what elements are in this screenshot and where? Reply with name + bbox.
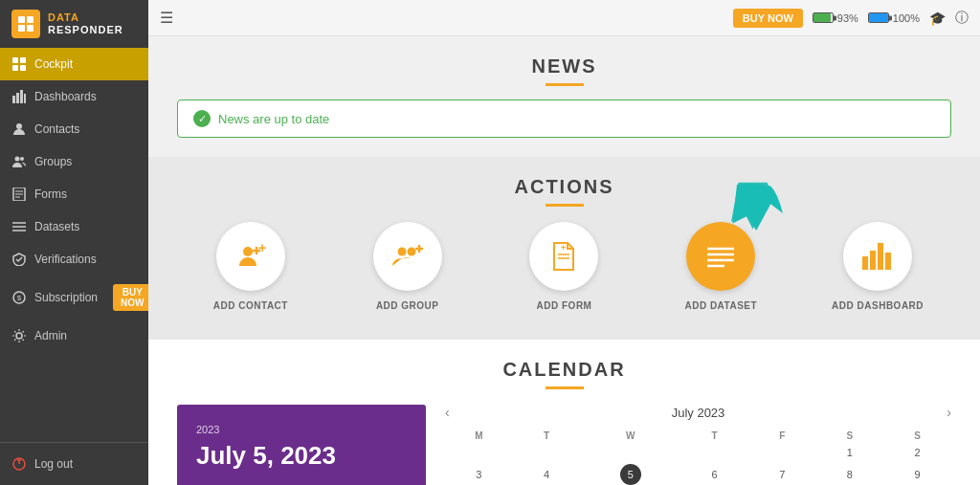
svg-rect-2: [18, 25, 25, 32]
news-underline: [546, 83, 584, 86]
cal-header-s1: S: [816, 428, 884, 444]
sidebar-buy-now-button[interactable]: BUY NOW: [113, 284, 148, 311]
calendar-day[interactable]: 2: [883, 444, 951, 461]
action-add-contact[interactable]: + ADD CONTACT: [177, 222, 324, 311]
svg-rect-45: [870, 251, 876, 270]
calendar-day[interactable]: 6: [680, 461, 748, 485]
calendar-day[interactable]: [513, 444, 581, 461]
calendar-day[interactable]: 7: [748, 461, 816, 485]
sidebar-item-label: Dashboards: [34, 90, 97, 103]
header-right: BUY NOW 93% 100% 🎓 ⓘ: [733, 9, 969, 28]
svg-rect-11: [24, 94, 26, 103]
main-content: NEWS ✓ News are up to date ACTIONS +: [148, 36, 980, 485]
sidebar-item-label: Verifications: [34, 253, 97, 266]
battery2-indicator: 100%: [868, 12, 920, 24]
add-dataset-label: ADD DATASET: [684, 300, 757, 311]
admin-icon: [11, 328, 27, 343]
action-add-dataset[interactable]: ADD DATASET: [647, 222, 794, 311]
person-icon: [11, 121, 27, 137]
svg-rect-10: [20, 90, 23, 103]
sidebar-nav: Cockpit Dashboards Contact: [0, 48, 148, 442]
actions-section: ACTIONS + ADD CONTACT: [148, 157, 980, 340]
cal-header-f: F: [748, 428, 816, 444]
calendar-day[interactable]: [445, 444, 513, 461]
action-add-dashboard[interactable]: ADD DASHBOARD: [804, 222, 951, 311]
calendar-date-box: 2023 July 5, 2023: [177, 405, 426, 485]
svg-rect-7: [20, 65, 26, 71]
calendar-day[interactable]: 9: [883, 461, 951, 485]
sidebar-bottom: Log out: [0, 442, 148, 485]
svg-text:+: +: [561, 243, 566, 253]
battery2-bar: [868, 12, 889, 23]
sidebar-item-admin[interactable]: Admin: [0, 320, 148, 352]
sidebar-item-subscription[interactable]: $ Subscription BUY NOW: [0, 276, 148, 320]
sidebar-item-label: Subscription: [34, 291, 98, 304]
sidebar-item-verifications[interactable]: Verifications: [0, 243, 148, 276]
svg-rect-4: [12, 57, 18, 63]
help-icon[interactable]: ⓘ: [955, 10, 969, 27]
svg-rect-8: [12, 96, 15, 103]
cal-header-s2: S: [883, 428, 951, 444]
sidebar-item-forms[interactable]: Forms: [0, 178, 148, 210]
calendar-nav: ‹ July 2023 ›: [445, 405, 951, 420]
calendar-day[interactable]: [580, 444, 680, 461]
svg-rect-0: [18, 16, 25, 23]
svg-rect-9: [16, 93, 19, 103]
teal-arrow-icon: [731, 179, 789, 236]
sidebar-item-cockpit[interactable]: Cockpit: [0, 48, 148, 80]
calendar-month-label: July 2023: [672, 406, 725, 420]
svg-rect-3: [27, 25, 33, 32]
logout-item[interactable]: Log out: [0, 448, 148, 480]
sidebar-item-label: Cockpit: [34, 57, 73, 71]
news-section: NEWS ✓ News are up to date: [148, 36, 980, 157]
add-dashboard-label: ADD DASHBOARD: [832, 300, 924, 311]
calendar-prev-button[interactable]: ‹: [445, 405, 450, 420]
svg-point-13: [15, 157, 20, 162]
sidebar-item-label: Datasets: [34, 220, 79, 233]
news-title: NEWS: [177, 55, 951, 77]
calendar-layout: 2023 July 5, 2023 ‹ July 2023 › M T W T: [177, 405, 951, 485]
calendar-underline: [546, 386, 584, 389]
sidebar-item-datasets[interactable]: Datasets: [0, 210, 148, 243]
calendar-section: CALENDAR 2023 July 5, 2023 ‹ July 2023 ›…: [148, 340, 980, 485]
graduation-icon[interactable]: 🎓: [929, 11, 946, 26]
news-banner: ✓ News are up to date: [177, 99, 951, 138]
check-icon: ✓: [193, 110, 211, 127]
header-left: ☰: [160, 9, 173, 27]
sidebar-item-label: Admin: [34, 329, 67, 342]
add-form-label: ADD FORM: [537, 300, 592, 311]
sidebar-item-label: Groups: [34, 155, 72, 168]
cockpit-icon: [11, 56, 27, 72]
svg-rect-44: [862, 256, 868, 270]
sidebar-item-contacts[interactable]: Contacts: [0, 113, 148, 145]
action-add-form[interactable]: + ADD FORM: [491, 222, 638, 311]
menu-icon[interactable]: ☰: [160, 9, 173, 27]
shield-icon: [11, 252, 27, 267]
group-icon: [11, 154, 27, 169]
svg-rect-46: [878, 243, 883, 270]
calendar-day[interactable]: [748, 444, 816, 461]
calendar-day[interactable]: [680, 444, 748, 461]
sidebar-item-dashboards[interactable]: Dashboards: [0, 80, 148, 113]
logo: DATA RESPONDER: [0, 0, 148, 48]
actions-title: ACTIONS: [177, 176, 951, 198]
sidebar-item-label: Forms: [34, 187, 67, 201]
svg-text:+: +: [258, 241, 266, 255]
calendar-day[interactable]: 3: [445, 461, 513, 485]
header-buy-now-button[interactable]: BUY NOW: [733, 9, 803, 28]
logo-icon: [11, 10, 40, 38]
calendar-next-button[interactable]: ›: [947, 405, 951, 420]
action-add-group[interactable]: ADD GROUP: [334, 222, 481, 311]
svg-rect-47: [885, 253, 891, 270]
calendar-day[interactable]: 4: [513, 461, 581, 485]
calendar-day[interactable]: 8: [816, 461, 884, 485]
svg-rect-6: [12, 65, 18, 71]
cal-header-t2: T: [680, 428, 748, 444]
calendar-day[interactable]: 1: [816, 444, 884, 461]
battery1-bar: [813, 12, 834, 23]
svg-point-28: [243, 247, 253, 256]
sidebar-item-groups[interactable]: Groups: [0, 145, 148, 178]
calendar-table: M T W T F S S 12345678910111213141516171…: [445, 428, 951, 485]
battery1-fill: [813, 13, 832, 22]
calendar-day[interactable]: 5: [580, 461, 680, 485]
